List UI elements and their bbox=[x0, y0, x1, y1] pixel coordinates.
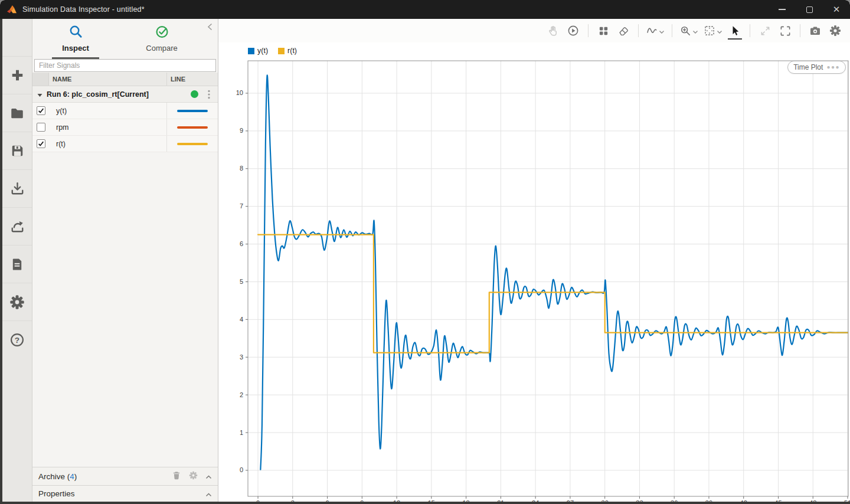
svg-text:6: 6 bbox=[240, 240, 243, 247]
dropdown-caret-icon bbox=[717, 25, 722, 36]
dropdown-caret-icon bbox=[693, 25, 698, 36]
preferences-gear-icon[interactable] bbox=[2, 283, 32, 321]
time-plot-chart[interactable]: 0369121518212427303336394245485101234567… bbox=[218, 42, 850, 502]
zoom-in-icon[interactable] bbox=[678, 22, 699, 40]
svg-text:12: 12 bbox=[393, 499, 400, 502]
archive-section-header[interactable]: Archive (4) bbox=[32, 467, 218, 485]
pan-hand-icon bbox=[544, 22, 562, 40]
properties-collapse-chevron-icon[interactable] bbox=[205, 489, 212, 499]
time-plot-area[interactable]: 0369121518212427303336394245485101234567… bbox=[218, 42, 850, 502]
signal-checkbox[interactable] bbox=[37, 139, 45, 148]
svg-text:48: 48 bbox=[809, 499, 816, 502]
signal-browser-panel: Inspect Compare NAME LIN bbox=[32, 19, 218, 502]
properties-section-header[interactable]: Properties bbox=[32, 485, 218, 502]
icon-rail: ? bbox=[2, 19, 32, 502]
archive-count: 4 bbox=[70, 472, 74, 481]
time-plot-badge[interactable]: Time Plot ●●● bbox=[787, 61, 846, 74]
help-icon[interactable]: ? bbox=[2, 321, 32, 359]
replay-icon[interactable] bbox=[564, 22, 582, 40]
toolbar-separator bbox=[638, 24, 639, 37]
close-button[interactable]: ✕ bbox=[823, 0, 850, 19]
signal-checkbox[interactable] bbox=[37, 106, 45, 115]
svg-text:30: 30 bbox=[601, 499, 609, 502]
svg-text:0: 0 bbox=[256, 499, 260, 502]
run-expand-triangle-icon[interactable] bbox=[37, 89, 42, 100]
tab-active-underline bbox=[52, 57, 99, 59]
svg-text:39: 39 bbox=[705, 499, 712, 502]
svg-text:9: 9 bbox=[240, 127, 243, 134]
legend-item-rt[interactable]: r(t) bbox=[278, 47, 297, 55]
signal-table-header: NAME LINE bbox=[32, 73, 218, 86]
fit-to-view-icon[interactable] bbox=[702, 22, 724, 40]
plot-settings-gear-icon[interactable] bbox=[826, 22, 844, 40]
svg-text:24: 24 bbox=[532, 499, 539, 502]
app-window: Simulation Data Inspector - untitled* ✕ bbox=[0, 0, 850, 504]
svg-text:?: ? bbox=[15, 336, 19, 345]
tab-inspect[interactable]: Inspect bbox=[32, 19, 119, 59]
legend-item-yt[interactable]: y(t) bbox=[248, 47, 268, 55]
tab-compare[interactable]: Compare bbox=[119, 19, 205, 59]
signal-name: y(t) bbox=[49, 107, 166, 115]
tab-inspect-label: Inspect bbox=[62, 44, 89, 53]
tab-compare-label: Compare bbox=[146, 44, 177, 53]
svg-text:42: 42 bbox=[740, 499, 747, 502]
filter-signals-input[interactable] bbox=[34, 59, 216, 72]
run-row[interactable]: Run 6: plc_cosim_rt[Current] bbox=[32, 86, 218, 103]
run-options-kebab-icon[interactable] bbox=[204, 90, 214, 99]
svg-text:2: 2 bbox=[240, 391, 243, 398]
rail-spacer bbox=[2, 19, 32, 57]
archive-collapse-chevron-icon[interactable] bbox=[205, 471, 212, 482]
layout-grid-icon[interactable] bbox=[594, 22, 612, 40]
time-plot-badge-label: Time Plot bbox=[793, 63, 823, 71]
column-header-line: LINE bbox=[166, 73, 218, 86]
header-gutter bbox=[32, 73, 49, 86]
run-label: Run 6: plc_cosim_rt[Current] bbox=[47, 90, 149, 99]
signal-line-swatch bbox=[177, 126, 208, 129]
toolbar-separator bbox=[672, 24, 672, 37]
compare-check-icon bbox=[155, 24, 169, 41]
archive-trash-icon[interactable] bbox=[172, 470, 181, 483]
add-icon[interactable] bbox=[2, 57, 32, 94]
snapshot-camera-icon[interactable] bbox=[806, 22, 824, 40]
signal-checkbox[interactable] bbox=[37, 123, 45, 132]
badge-options-dots-icon: ●●● bbox=[826, 64, 840, 70]
signal-row-yt[interactable]: y(t) bbox=[32, 103, 218, 119]
legend-label-yt: y(t) bbox=[257, 47, 268, 55]
svg-text:27: 27 bbox=[567, 499, 574, 502]
collapse-panel-chevron[interactable] bbox=[207, 22, 212, 33]
open-folder-icon[interactable] bbox=[2, 94, 32, 132]
panel-empty-area bbox=[32, 152, 218, 467]
fullscreen-icon[interactable] bbox=[776, 22, 794, 40]
legend-swatch-yt bbox=[248, 48, 254, 54]
maximize-button[interactable] bbox=[796, 0, 823, 19]
dropdown-caret-icon bbox=[659, 25, 664, 36]
signal-style-wave-icon[interactable] bbox=[645, 22, 666, 40]
signal-row-rpm[interactable]: rpm bbox=[32, 119, 218, 136]
minimize-button[interactable] bbox=[769, 0, 796, 19]
svg-text:5: 5 bbox=[240, 278, 243, 285]
window-title: Simulation Data Inspector - untitled* bbox=[22, 5, 145, 14]
eraser-clear-icon[interactable] bbox=[614, 22, 632, 40]
svg-text:51: 51 bbox=[844, 499, 850, 502]
svg-text:4: 4 bbox=[240, 316, 243, 323]
signal-line-swatch bbox=[177, 110, 208, 112]
svg-text:8: 8 bbox=[240, 165, 243, 172]
pointer-select-icon[interactable] bbox=[726, 22, 744, 40]
legend-label-rt: r(t) bbox=[287, 47, 297, 55]
signal-row-rt[interactable]: r(t) bbox=[32, 136, 218, 152]
import-icon[interactable] bbox=[2, 170, 32, 208]
column-header-name: NAME bbox=[49, 76, 166, 83]
signal-line-cell bbox=[166, 103, 218, 119]
svg-text:36: 36 bbox=[671, 499, 678, 502]
save-icon[interactable] bbox=[2, 132, 32, 170]
properties-label: Properties bbox=[38, 489, 75, 498]
report-icon[interactable] bbox=[2, 246, 32, 283]
matlab-logo-icon bbox=[6, 5, 17, 14]
inspect-search-icon bbox=[68, 24, 83, 41]
export-icon[interactable] bbox=[2, 208, 32, 246]
svg-text:3: 3 bbox=[240, 354, 243, 361]
svg-text:3: 3 bbox=[291, 499, 295, 502]
archive-settings-gear-icon[interactable] bbox=[189, 471, 198, 482]
svg-text:45: 45 bbox=[774, 499, 782, 502]
toolbar-separator bbox=[588, 24, 589, 37]
